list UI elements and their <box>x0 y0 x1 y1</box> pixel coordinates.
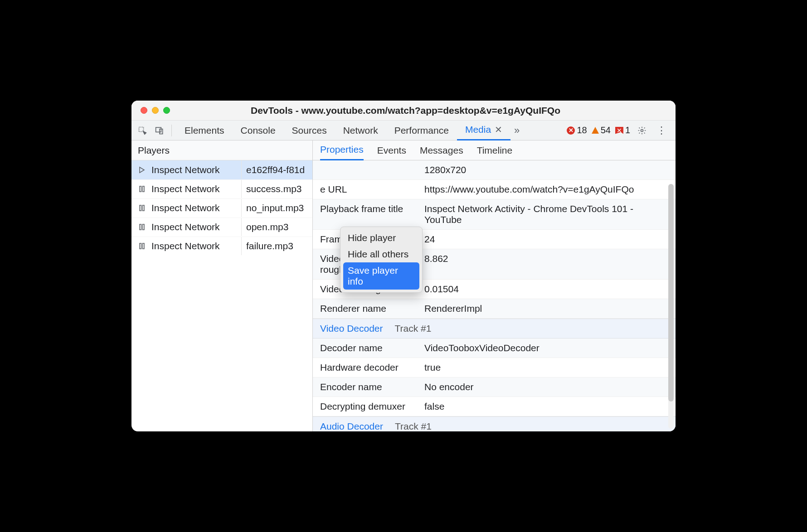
pause-icon <box>135 185 149 193</box>
prop-value: 1280x720 <box>424 164 668 175</box>
section-title: Video Decoder <box>320 323 383 334</box>
subtab-messages[interactable]: Messages <box>420 140 463 160</box>
player-label: Inspect Network <box>149 237 242 255</box>
prop-key <box>320 164 424 175</box>
devtools-window: DevTools - www.youtube.com/watch?app=des… <box>131 101 676 431</box>
prop-value: 8.862 <box>424 253 668 275</box>
tab-elements[interactable]: Elements <box>176 121 233 140</box>
prop-value: false <box>424 401 668 412</box>
tab-performance[interactable]: Performance <box>386 121 457 140</box>
scrollbar-thumb[interactable] <box>668 184 674 401</box>
svg-rect-6 <box>140 205 141 211</box>
players-sidebar: Players Inspect Network e162ff94-f81d In… <box>131 140 313 431</box>
player-file: failure.mp3 <box>242 241 309 251</box>
device-toggle-icon[interactable] <box>152 123 167 138</box>
subtab-properties[interactable]: Properties <box>320 140 364 160</box>
prop-key: Playback frame title <box>320 203 424 225</box>
prop-row: 1280x720 <box>313 160 676 180</box>
svg-rect-1 <box>156 127 161 132</box>
errors-count: 18 <box>577 125 587 135</box>
scrollbar-track[interactable] <box>668 184 674 429</box>
prop-key: Decrypting demuxer <box>320 401 424 412</box>
player-row[interactable]: Inspect Network e162ff94-f81d <box>131 160 312 179</box>
svg-rect-8 <box>140 224 141 230</box>
prop-value: No encoder <box>424 382 668 392</box>
more-menu-icon[interactable]: ⋮ <box>654 125 669 136</box>
tab-sources[interactable]: Sources <box>284 121 335 140</box>
tab-console[interactable]: Console <box>233 121 284 140</box>
prop-key: Hardware decoder <box>320 362 424 373</box>
prop-row: Encoder name No encoder <box>313 377 676 397</box>
player-label: Inspect Network <box>149 160 242 179</box>
tab-media-label: Media <box>465 124 491 135</box>
devtools-toolbar: Elements Console Sources Network Perform… <box>131 121 676 140</box>
prop-key: Encoder name <box>320 382 424 392</box>
subtab-timeline[interactable]: Timeline <box>477 140 513 160</box>
prop-row: Decoder name VideoTooboxVideoDecoder <box>313 339 676 358</box>
prop-key: Decoder name <box>320 343 424 353</box>
tab-close-icon[interactable]: ✕ <box>495 124 502 135</box>
prop-row: e URL https://www.youtube.com/watch?v=e1… <box>313 180 676 199</box>
prop-key: e URL <box>320 184 424 195</box>
svg-rect-5 <box>143 186 145 192</box>
pause-icon <box>135 204 149 212</box>
ctx-hide-player[interactable]: Hide player <box>343 230 419 246</box>
player-row[interactable]: Inspect Network failure.mp3 <box>131 237 312 256</box>
prop-row: Playback frame title Inspect Network Act… <box>313 199 676 230</box>
context-menu: Hide player Hide all others Save player … <box>340 227 423 293</box>
warnings-count: 54 <box>601 125 611 135</box>
prop-row: Hardware decoder true <box>313 358 676 377</box>
svg-rect-9 <box>143 224 145 230</box>
toolbar-separator <box>171 125 172 136</box>
prop-row: Decrypting demuxer false <box>313 397 676 416</box>
status-area: ✕ 18 54 ✕ 1 ⋮ <box>567 123 672 138</box>
player-file: open.mp3 <box>242 222 309 232</box>
tab-media[interactable]: Media ✕ <box>457 121 510 140</box>
player-label: Inspect Network <box>149 199 242 217</box>
prop-value: RendererImpl <box>424 303 668 314</box>
section-sub: Track #1 <box>395 323 432 334</box>
issues-badge[interactable]: ✕ 1 <box>615 125 630 135</box>
player-row[interactable]: Inspect Network open.mp3 <box>131 218 312 237</box>
player-file: no_input.mp3 <box>242 203 309 213</box>
media-subtabs: Properties Events Messages Timeline <box>313 140 676 160</box>
prop-value: Inspect Network Activity - Chrome DevToo… <box>424 203 668 225</box>
section-video-decoder[interactable]: Video Decoder Track #1 <box>313 319 676 339</box>
player-row[interactable]: Inspect Network success.mp3 <box>131 179 312 198</box>
prop-value: 24 <box>424 234 668 245</box>
player-file: success.mp3 <box>242 184 309 194</box>
player-row[interactable]: Inspect Network no_input.mp3 <box>131 198 312 218</box>
error-icon: ✕ <box>567 126 575 135</box>
tab-network[interactable]: Network <box>335 121 386 140</box>
properties-scroll[interactable]: 1280x720 e URL https://www.youtube.com/w… <box>313 160 676 431</box>
prop-row: Renderer name RendererImpl <box>313 299 676 319</box>
player-label: Inspect Network <box>149 180 242 198</box>
prop-key: Renderer name <box>320 303 424 314</box>
section-sub: Track #1 <box>395 421 432 431</box>
ctx-save-player-info[interactable]: Save player info <box>343 262 419 290</box>
window-title: DevTools - www.youtube.com/watch?app=des… <box>145 105 666 116</box>
svg-rect-11 <box>143 243 145 249</box>
player-file: e162ff94-f81d <box>242 164 309 175</box>
errors-badge[interactable]: ✕ 18 <box>567 125 587 135</box>
section-audio-decoder[interactable]: Audio Decoder Track #1 <box>313 416 676 431</box>
svg-rect-7 <box>143 205 145 211</box>
ctx-hide-others[interactable]: Hide all others <box>343 246 419 262</box>
subtab-events[interactable]: Events <box>377 140 406 160</box>
issues-count: 1 <box>625 125 630 135</box>
inspect-element-icon[interactable] <box>135 123 150 138</box>
titlebar: DevTools - www.youtube.com/watch?app=des… <box>131 101 676 121</box>
panel-body: Players Inspect Network e162ff94-f81d In… <box>131 140 676 431</box>
svg-point-3 <box>641 129 643 131</box>
players-list: Inspect Network e162ff94-f81d Inspect Ne… <box>131 160 312 431</box>
warning-icon <box>592 127 599 134</box>
pause-icon <box>135 242 149 250</box>
prop-value: VideoTooboxVideoDecoder <box>424 343 668 353</box>
tabs-overflow-icon[interactable]: » <box>510 125 523 136</box>
player-label: Inspect Network <box>149 218 242 236</box>
svg-rect-10 <box>140 243 141 249</box>
warnings-badge[interactable]: 54 <box>592 125 611 135</box>
play-icon <box>135 166 149 174</box>
settings-gear-icon[interactable] <box>635 123 649 138</box>
prop-value: https://www.youtube.com/watch?v=e1gAyQuI… <box>424 184 668 195</box>
